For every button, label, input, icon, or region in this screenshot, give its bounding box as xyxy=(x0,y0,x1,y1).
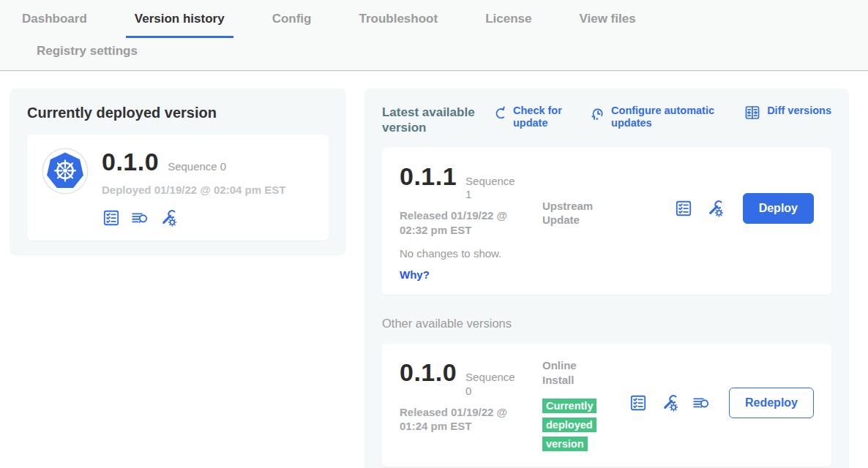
kubernetes-logo-icon xyxy=(42,148,89,195)
configure-automatic-updates-link[interactable]: Configure automatic updates xyxy=(590,105,727,130)
other-version-number: 0.1.0 xyxy=(400,358,457,387)
latest-version-actions: Deploy xyxy=(674,193,814,224)
other-versions-title: Other available versions xyxy=(382,317,831,331)
configure-automatic-updates-label: Configure automatic updates xyxy=(611,105,727,130)
other-version-actions: Redeploy xyxy=(629,388,814,418)
tab-registry-settings[interactable]: Registry settings xyxy=(28,44,146,58)
latest-source-label: Upstream Update xyxy=(542,199,610,227)
tab-troubleshoot[interactable]: Troubleshoot xyxy=(350,12,446,38)
diff-versions-link[interactable]: Diff versions xyxy=(744,105,831,121)
deployed-sequence-label: Sequence 0 xyxy=(168,160,226,174)
tab-version-history[interactable]: Version history xyxy=(126,12,233,38)
config-wrench-icon[interactable] xyxy=(159,208,178,227)
deployed-version-card: 0.1.0 Sequence 0 Deployed 01/19/22 @ 02:… xyxy=(27,135,329,241)
tab-view-files[interactable]: View files xyxy=(570,12,644,38)
deployed-version-number: 0.1.0 xyxy=(102,148,159,176)
latest-panel-actions: Check for update Configure automatic upd… xyxy=(492,105,831,130)
currently-deployed-title: Currently deployed version xyxy=(27,105,329,121)
latest-version-info: 0.1.1 Sequence 1 Released 01/19/22 @ 02:… xyxy=(400,162,542,238)
config-wrench-icon[interactable] xyxy=(706,199,725,218)
other-sequence-label: Sequence 0 xyxy=(465,371,518,399)
preflight-checklist-icon[interactable] xyxy=(674,199,693,218)
latest-version-card: 0.1.1 Sequence 1 Released 01/19/22 @ 02:… xyxy=(382,148,831,295)
other-source-block: Online Install Currently deployed versio… xyxy=(542,358,629,453)
currently-deployed-badge: Currently deployed version xyxy=(542,399,596,451)
latest-release-timestamp: Released 01/19/22 @ 02:32 pm EST xyxy=(400,208,525,237)
nav-row-2: Registry settings xyxy=(0,38,868,70)
tab-license[interactable]: License xyxy=(476,12,540,38)
deployed-timestamp: Deployed 01/19/22 @ 02:04 pm EST xyxy=(102,183,285,197)
version-history-page: Currently deployed version 0.1.0 Sequenc… xyxy=(10,88,849,468)
currently-deployed-badge-wrap: Currently deployed version xyxy=(542,396,611,453)
latest-version-number: 0.1.1 xyxy=(400,162,457,191)
tab-config[interactable]: Config xyxy=(263,12,321,38)
latest-panel-header: Latest available version Check for updat… xyxy=(382,105,831,136)
deploy-logs-icon[interactable] xyxy=(130,208,149,227)
config-wrench-icon[interactable] xyxy=(660,393,679,412)
check-for-update-label: Check for update xyxy=(513,105,573,130)
why-link[interactable]: Why? xyxy=(400,268,430,281)
currently-deployed-section: Currently deployed version 0.1.0 Sequenc… xyxy=(10,88,346,255)
deploy-logs-icon[interactable] xyxy=(692,393,711,412)
tab-dashboard[interactable]: Dashboard xyxy=(13,12,96,38)
check-for-update-link[interactable]: Check for update xyxy=(492,105,573,130)
nav-row-1: Dashboard Version history Config Trouble… xyxy=(0,0,868,38)
other-version-info: 0.1.0 Sequence 0 Released 01/19/22 @ 01:… xyxy=(400,358,542,434)
redeploy-button[interactable]: Redeploy xyxy=(729,388,814,418)
deploy-button[interactable]: Deploy xyxy=(743,193,814,224)
latest-available-title: Latest available version xyxy=(382,105,492,136)
other-version-card: 0.1.0 Sequence 0 Released 01/19/22 @ 01:… xyxy=(382,344,831,467)
main-nav: Dashboard Version history Config Trouble… xyxy=(0,0,868,70)
latest-sequence-label: Sequence 1 xyxy=(465,175,518,203)
diff-versions-label: Diff versions xyxy=(767,105,831,117)
auto-update-schedule-icon xyxy=(590,105,605,121)
deployed-version-info: 0.1.0 Sequence 0 Deployed 01/19/22 @ 02:… xyxy=(102,148,285,227)
diff-icon xyxy=(744,104,761,121)
preflight-checklist-icon[interactable] xyxy=(629,393,648,412)
other-source-label: Online Install xyxy=(542,358,610,387)
latest-available-section: Latest available version Check for updat… xyxy=(364,88,849,468)
refresh-icon xyxy=(492,105,507,121)
preflight-checklist-icon[interactable] xyxy=(102,208,121,227)
other-release-timestamp: Released 01/19/22 @ 01:24 pm EST xyxy=(400,405,525,434)
no-changes-text: No changes to show. xyxy=(400,247,814,260)
app-header: Dashboard Version history Config Trouble… xyxy=(0,0,868,71)
latest-source-block: Upstream Update xyxy=(542,199,629,227)
